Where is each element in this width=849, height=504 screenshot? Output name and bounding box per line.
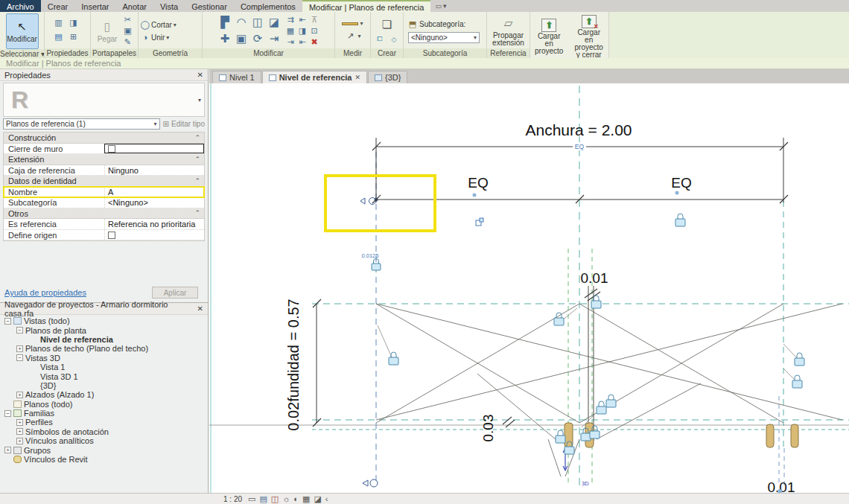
tree-item-nivel-de-referencia[interactable]: Nivel de referencia [1,335,208,344]
tab-anotar[interactable]: Anotar [116,0,153,12]
properties-palette-icon[interactable]: ▤ [53,31,65,42]
collapse-section-icon[interactable]: ⌃ [194,209,200,217]
parameters-icon[interactable]: ⊞ [68,31,80,42]
close-icon[interactable]: ✕ [197,71,203,79]
drawing-canvas[interactable]: Anchura = 2.00 EQ EQ EQ 0.0125 0.02fundi… [209,83,849,493]
tree-item-simbolos-de-anotacion[interactable]: + Símbolos de anotación [1,427,208,436]
expand-icon[interactable]: + [16,438,23,444]
match-type-icon[interactable]: ✎ [121,36,133,48]
eq-small-label[interactable]: EQ [575,143,585,150]
create-similar-icon[interactable]: ⧠ [374,34,386,45]
measure-angle-button[interactable]: ↗ ▾ [344,31,360,42]
copy-icon[interactable]: ▣ [121,25,133,36]
section-row[interactable]: Construcción ⌃ [4,133,204,144]
collapse-icon[interactable]: − [16,354,23,361]
reference-flip-arrow-top[interactable] [360,198,365,204]
property-row[interactable]: Define origen [4,230,204,241]
collapse-icon[interactable]: − [4,410,11,417]
show-crop-region-icon[interactable]: ▦ [302,494,310,504]
detail-level-icon[interactable]: ▤ [259,494,267,504]
copy-element-icon[interactable]: ▣ [233,31,249,46]
sun-path-icon[interactable]: ☼ [282,494,290,503]
align-icon[interactable]: ◫ [249,15,266,30]
wall-join-icon[interactable]: ▛ [217,15,233,30]
wall-closure-checkbox[interactable] [108,145,115,153]
create-group-icon[interactable]: ❏ [379,17,395,32]
tree-item-3d[interactable]: {3D} [1,381,208,390]
tree-item-planos-de-planta[interactable]: − Planos de planta [1,325,208,334]
hide-crop-icon[interactable]: ◪ [314,494,321,504]
section-row[interactable]: Datos de identidad ⌃ [4,176,204,187]
property-row[interactable]: Subcategoría <Ninguno> [4,197,204,208]
expand-icon[interactable]: + [16,428,23,435]
extend-split-icon[interactable]: ⇤ [296,36,308,48]
tree-item-grupos[interactable]: + Grupos [1,445,208,454]
tree-item-vista-3d-1[interactable]: Vista 3D 1 [1,371,208,380]
view-tab-nivel-de-referencia[interactable]: Nivel de referencia ✕ [262,71,367,83]
property-row[interactable]: Es referencia Referencia no prioritaria [4,219,204,230]
constraint-padlocks[interactable] [389,214,804,454]
witness-drag-icon-2[interactable] [480,218,483,222]
tree-item-planos-de-techo[interactable]: + Planos de techo (Plano del techo) [1,344,208,353]
view-tab-nivel-1[interactable]: Nivel 1 [212,71,261,83]
move-icon[interactable]: ✚ [217,31,233,46]
tree-item-vinculos-analiticos[interactable]: + Vínculos analíticos [1,436,208,445]
delete-icon[interactable]: ✖ [308,36,320,48]
expand-icon[interactable]: + [16,345,23,352]
trim-icon[interactable]: ⇥ [266,31,282,46]
dim-003-label[interactable]: 0.03 [480,415,496,442]
split-icon[interactable]: ◪ [266,15,282,30]
ribbon-display-options[interactable]: ▭ ▾ [430,0,451,12]
visual-style-icon[interactable]: ◫ [271,494,279,504]
array-icon[interactable]: ▦ [284,25,296,36]
measure-button[interactable]: ▾ [342,20,363,27]
expand-icon[interactable]: + [4,447,11,453]
apply-button[interactable]: Aplicar [152,287,198,299]
offset-icon[interactable]: ⇉ [284,14,296,25]
cope-icon[interactable]: ◠ [233,15,249,30]
tab-archivo[interactable]: Archivo [0,0,41,12]
join-geometry-button[interactable]: ◑ Unir ▾ [141,32,169,43]
eq-grip-dot[interactable] [473,194,477,197]
tab-vista[interactable]: Vista [153,0,185,12]
dim-0125-label[interactable]: 0.0125 [362,252,379,259]
tree-item-alzados[interactable]: + Alzados (Alzado 1) [1,390,208,399]
eq-left-label[interactable]: EQ [468,175,488,191]
close-view-icon[interactable]: ✕ [354,74,360,81]
reference-flip-arrow[interactable] [363,480,368,486]
cut-geometry-button[interactable]: ◯ Cortar ▾ [141,19,177,31]
view-tab-3d[interactable]: {3D} [368,71,407,83]
expand-icon[interactable]: + [16,392,23,398]
tab-crear[interactable]: Crear [41,0,75,12]
paste-button[interactable]: ▯ Pegar [95,18,120,45]
extend-trim-icon[interactable]: ⇥ [284,36,296,48]
section-row[interactable]: Extensión ⌃ [4,154,204,165]
symbolic-lines[interactable] [376,304,842,476]
chevron-down-icon[interactable]: ▾ [198,97,201,103]
tree-item-vinculos-de-revit[interactable]: Vínculos de Revit [1,455,208,464]
property-row[interactable]: Caja de referencia Ninguno [4,165,204,176]
family-types-icon[interactable]: ▥ [53,17,65,28]
mirror-icon[interactable]: ◨ [296,25,308,36]
tab-complementos[interactable]: Complementos [234,0,302,12]
align-small-icon[interactable]: ⇤ [296,14,308,25]
unpin-icon[interactable]: ⊼ [308,14,320,25]
anchura-dimension-label[interactable]: Anchura = 2.00 [525,121,632,138]
define-origin-checkbox[interactable] [108,232,115,239]
modify-button[interactable]: ↖ Modificar [6,13,39,49]
profundidad-dimension-label[interactable]: 0.02fundidad = 0.57 [285,299,302,430]
tree-item-planos-todo[interactable]: Planos (todo) [1,400,208,409]
property-row-nombre[interactable]: Nombre A [4,187,204,198]
tab-gestionar[interactable]: Gestionar [185,0,234,12]
tree-item-vista-1[interactable]: Vista 1 [1,363,208,371]
tree-item-familias[interactable]: − Familias [1,409,208,418]
collapse-section-icon[interactable]: ⌃ [194,156,200,163]
propagate-extents-button[interactable]: Propagar extensión [489,32,527,47]
collapse-section-icon[interactable]: ⌃ [194,177,200,185]
create-instance-icon[interactable]: ◇ [388,34,400,45]
tree-item-vistas-todo[interactable]: − Vistas (todo) [1,316,208,325]
scale-label[interactable]: 1 : 20 [223,495,242,503]
tab-modificar-contextual[interactable]: Modificar | Planos de referencia [302,0,431,12]
load-into-project-button[interactable]: ⬆ Cargar en proyecto [532,17,565,57]
rotate-icon[interactable]: ⟳ [249,31,266,46]
